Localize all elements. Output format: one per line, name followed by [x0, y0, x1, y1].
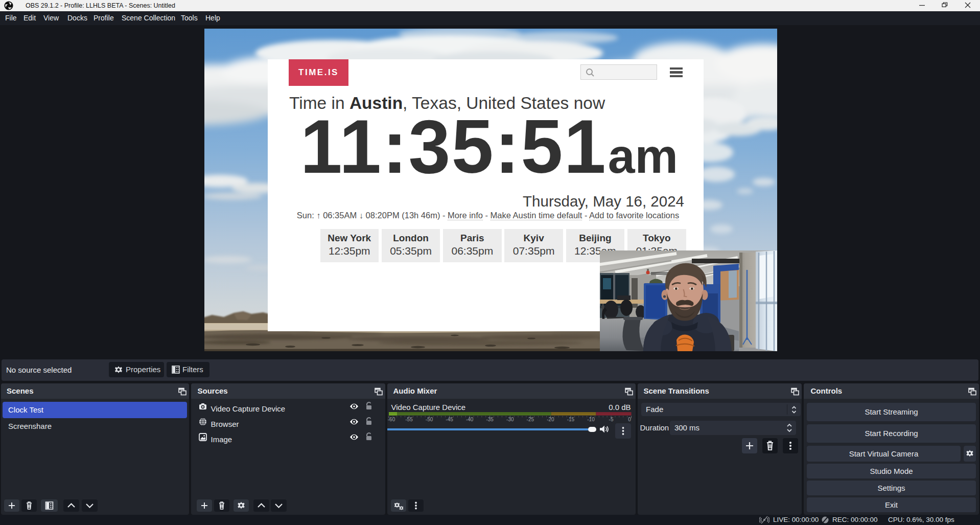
svg-text:-15: -15 — [567, 416, 574, 422]
svg-text:-45: -45 — [446, 416, 453, 422]
svg-text:-35: -35 — [486, 416, 494, 422]
svg-text:-5: -5 — [609, 416, 613, 422]
svg-text:-10: -10 — [587, 416, 595, 422]
svg-text:-55: -55 — [405, 416, 413, 422]
svg-text:-50: -50 — [425, 416, 433, 422]
svg-text:-25: -25 — [526, 416, 534, 422]
svg-text:-20: -20 — [547, 416, 554, 422]
svg-text:-60: -60 — [387, 416, 395, 422]
svg-text:0: 0 — [628, 416, 631, 422]
svg-text:-30: -30 — [506, 416, 514, 422]
svg-text:-40: -40 — [465, 416, 473, 422]
